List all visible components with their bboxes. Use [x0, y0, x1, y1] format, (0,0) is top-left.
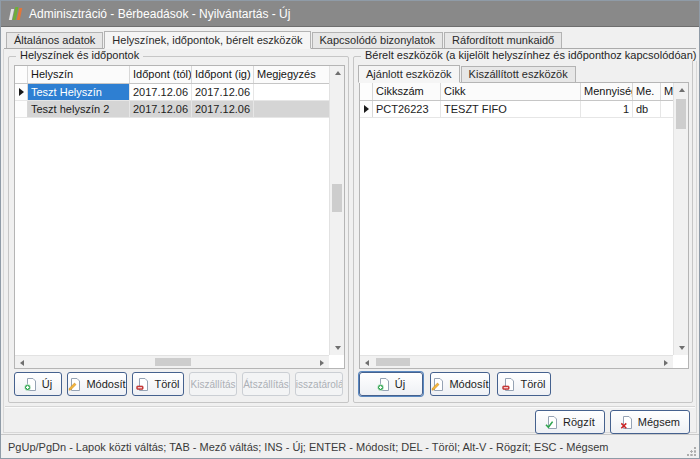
scroll-up-icon[interactable]	[330, 66, 345, 80]
kiszallitas-button[interactable]: Kiszállítás	[189, 372, 237, 396]
table-cell-me[interactable]: db	[633, 101, 661, 117]
locations-grid-header: Helyszín Időpont (tól) Időpont (ig) Megj…	[15, 66, 344, 84]
location-edit-button[interactable]: Módosít	[67, 372, 127, 396]
items-grid-vertical-scrollbar[interactable]	[673, 83, 688, 355]
action-divider-highlight	[5, 407, 695, 408]
indicator-cell	[15, 101, 28, 117]
title-bar: Adminisztráció - Bérbeadások - Nyilvánta…	[1, 1, 699, 27]
items-button-row: Új Módosít Töröl	[359, 372, 687, 396]
vertical-scroll-thumb[interactable]	[676, 99, 686, 129]
button-label: Átszállítás	[243, 379, 289, 390]
action-row: Rögzít Mégsem	[535, 410, 690, 434]
scroll-up-icon[interactable]	[674, 83, 689, 97]
table-cell-helyszin[interactable]: Teszt helyszín 2	[28, 101, 130, 117]
table-cell-helyszin[interactable]: Teszt Helyszín	[28, 84, 130, 100]
app-icon	[10, 7, 21, 20]
table-cell-idopont-ig[interactable]: 2017.12.06	[192, 101, 254, 117]
column-header-idopont-ig[interactable]: Időpont (ig)	[192, 66, 254, 83]
table-row[interactable]: PCT26223 TESZT FIFO 1 db	[360, 101, 688, 118]
table-cell-idopont-tol[interactable]: 2017.12.06	[130, 84, 192, 100]
table-cell-mennyiseg[interactable]: 1	[581, 101, 633, 117]
button-label: Módosít	[449, 378, 488, 390]
status-text: PgUp/PgDn - Lapok közti váltás; TAB - Me…	[8, 441, 609, 453]
button-label: Visszatárolás	[295, 379, 343, 390]
button-label: Új	[42, 378, 52, 390]
save-button[interactable]: Rögzít	[535, 410, 605, 434]
tab-kiszallitott-eszkozok[interactable]: Kiszállított eszközök	[461, 66, 576, 82]
atszallitas-button[interactable]: Átszállítás	[242, 372, 290, 396]
app-window: Adminisztráció - Bérbeadások - Nyilvánta…	[0, 0, 700, 459]
column-header-idopont-tol[interactable]: Időpont (tól)	[130, 66, 192, 83]
new-icon	[24, 378, 37, 391]
items-grid-header: Cikkszám Cikk Mennyiség Me. M	[360, 83, 688, 101]
group-helyszinek-title: Helyszínek és időpontok	[16, 49, 143, 61]
column-header-helyszin[interactable]: Helyszín	[28, 66, 130, 83]
indicator-column-header	[360, 83, 373, 100]
tab-raforditott-munkaido[interactable]: Ráfordított munkaidő	[444, 32, 562, 48]
locations-grid-horizontal-scrollbar[interactable]	[15, 355, 329, 368]
item-delete-button[interactable]: Töröl	[497, 372, 551, 396]
delete-icon	[136, 378, 149, 391]
new-icon	[377, 378, 390, 391]
item-edit-button[interactable]: Módosít	[430, 372, 490, 396]
button-label: Töröl	[154, 378, 179, 390]
button-label: Módosít	[86, 378, 125, 390]
locations-grid-vertical-scrollbar[interactable]	[329, 66, 344, 355]
column-header-mennyiseg[interactable]: Mennyiség	[581, 83, 633, 100]
delete-icon	[502, 378, 515, 391]
scroll-right-icon[interactable]	[315, 356, 329, 369]
locations-grid: Helyszín Időpont (tól) Időpont (ig) Megj…	[14, 65, 345, 369]
button-label: Mégsem	[638, 416, 680, 428]
table-row[interactable]: Teszt Helyszín 2017.12.06 2017.12.06	[15, 84, 344, 101]
group-berelt-eszkozok: Bérelt eszközök (a kijelölt helyszínhez …	[353, 56, 693, 403]
location-delete-button[interactable]: Töröl	[132, 372, 184, 396]
table-row[interactable]: Teszt helyszín 2 2017.12.06 2017.12.06	[15, 101, 344, 118]
table-cell-cikk[interactable]: TESZT FIFO	[441, 101, 581, 117]
visszatarolas-button[interactable]: Visszatárolás	[295, 372, 343, 396]
save-icon	[545, 416, 558, 429]
horizontal-scroll-thumb[interactable]	[376, 358, 410, 366]
eszkozok-tabstrip: Ajánlott eszközök Kiszállított eszközök	[358, 63, 577, 82]
window-title: Adminisztráció - Bérbeadások - Nyilvánta…	[29, 7, 290, 21]
location-new-button[interactable]: Új	[14, 372, 62, 396]
table-cell-idopont-tol[interactable]: 2017.12.06	[130, 101, 192, 117]
indicator-cell	[360, 101, 373, 117]
button-label: Új	[395, 378, 405, 390]
tab-ajanlott-eszkozok[interactable]: Ajánlott eszközök	[358, 65, 460, 83]
button-label: Rögzít	[563, 416, 595, 428]
current-row-indicator-icon	[19, 88, 24, 96]
table-cell-cikkszam[interactable]: PCT26223	[373, 101, 441, 117]
column-header-cikk[interactable]: Cikk	[441, 83, 581, 100]
locations-button-row: Új Módosít Töröl Kiszállítás	[14, 372, 343, 396]
item-new-button[interactable]: Új	[359, 372, 423, 396]
table-cell-idopont-ig[interactable]: 2017.12.06	[192, 84, 254, 100]
scroll-left-icon[interactable]	[360, 356, 374, 369]
column-header-me[interactable]: Me.	[633, 83, 661, 100]
indicator-column-header	[15, 66, 28, 83]
horizontal-scroll-thumb[interactable]	[155, 358, 191, 366]
tab-kapcsolodo-bizonylatok[interactable]: Kapcsolódó bizonylatok	[312, 32, 444, 48]
cancel-button[interactable]: Mégsem	[610, 410, 690, 434]
resize-grip-icon[interactable]	[687, 446, 697, 456]
current-row-indicator-icon	[364, 105, 369, 113]
button-label: Töröl	[520, 378, 545, 390]
main-tabstrip: Általános adatok Helyszínek, időpontok, …	[4, 31, 696, 49]
tab-helyszinek-idopontok[interactable]: Helyszínek, időpontok, bérelt eszközök	[104, 31, 310, 49]
status-bar: PgUp/PgDn - Lapok közti váltás; TAB - Me…	[1, 434, 699, 458]
scroll-down-icon[interactable]	[330, 341, 345, 355]
scroll-left-icon[interactable]	[15, 356, 29, 369]
vertical-scroll-thumb[interactable]	[332, 184, 342, 212]
tab-altalanos-adatok[interactable]: Általános adatok	[6, 32, 103, 48]
edit-icon	[68, 378, 81, 391]
cancel-icon	[620, 416, 633, 429]
group-berelt-eszkozok-title: Bérelt eszközök (a kijelölt helyszínhez …	[361, 49, 700, 61]
items-grid: Cikkszám Cikk Mennyiség Me. M PCT26223 T…	[359, 82, 689, 369]
edit-icon	[431, 378, 444, 391]
indicator-cell	[15, 84, 28, 100]
group-helyszinek: Helyszínek és időpontok Helyszín Időpont…	[8, 56, 349, 403]
button-label: Kiszállítás	[190, 379, 235, 390]
items-grid-horizontal-scrollbar[interactable]	[360, 355, 673, 368]
scroll-right-icon[interactable]	[659, 356, 673, 369]
column-header-cikkszam[interactable]: Cikkszám	[373, 83, 441, 100]
scroll-down-icon[interactable]	[674, 341, 689, 355]
